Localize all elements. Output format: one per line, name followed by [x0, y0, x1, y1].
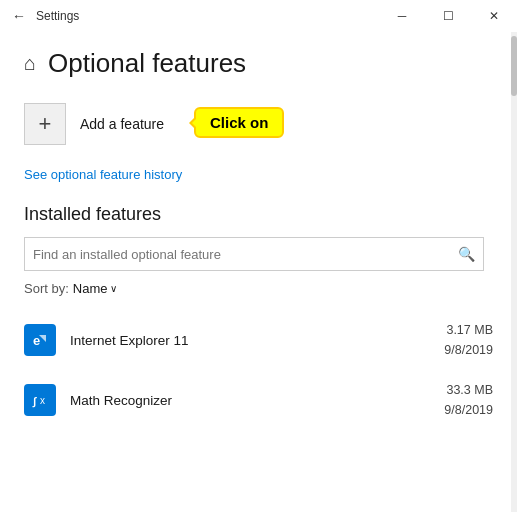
feature-date-ie: 9/8/2019 [444, 340, 493, 360]
svg-text:x: x [40, 395, 45, 406]
ie-icon: e [24, 324, 56, 356]
search-icon: 🔍 [458, 246, 475, 262]
search-box: 🔍 [24, 237, 484, 271]
feature-size-ie: 3.17 MB [444, 320, 493, 340]
feature-size-math: 33.3 MB [444, 380, 493, 400]
click-on-tooltip: Click on [194, 107, 284, 138]
scrollbar-thumb[interactable] [511, 36, 517, 96]
titlebar: ← Settings ─ ☐ ✕ [0, 0, 517, 32]
maximize-button[interactable]: ☐ [425, 0, 471, 32]
feature-item-ie[interactable]: e Internet Explorer 11 3.17 MB 9/8/2019 [24, 310, 493, 370]
main-content: ⌂ Optional features + Add a feature Clic… [0, 32, 517, 512]
page-header: ⌂ Optional features [24, 48, 493, 79]
add-feature-row: + Add a feature Click on [24, 103, 493, 145]
titlebar-left: ← Settings [12, 8, 79, 24]
ie-icon-svg: e [30, 330, 50, 350]
installed-features-title: Installed features [24, 204, 493, 225]
feature-meta-ie: 3.17 MB 9/8/2019 [444, 320, 493, 360]
home-icon: ⌂ [24, 52, 36, 75]
titlebar-controls: ─ ☐ ✕ [379, 0, 517, 32]
svg-text:e: e [33, 333, 40, 348]
feature-date-math: 9/8/2019 [444, 400, 493, 420]
feature-item-math[interactable]: ∫ x Math Recognizer 33.3 MB 9/8/2019 [24, 370, 493, 430]
sort-value-text: Name [73, 281, 108, 296]
add-feature-button[interactable]: + [24, 103, 66, 145]
feature-name-ie: Internet Explorer 11 [70, 333, 430, 348]
math-icon-svg: ∫ x [30, 390, 50, 410]
back-button[interactable]: ← [12, 8, 26, 24]
add-feature-label: Add a feature [80, 116, 164, 132]
page-title: Optional features [48, 48, 246, 79]
feature-meta-math: 33.3 MB 9/8/2019 [444, 380, 493, 420]
search-input[interactable] [33, 247, 458, 262]
chevron-down-icon: ∨ [110, 283, 117, 294]
titlebar-title: Settings [36, 9, 79, 23]
minimize-button[interactable]: ─ [379, 0, 425, 32]
feature-name-math: Math Recognizer [70, 393, 430, 408]
scrollbar[interactable] [511, 32, 517, 512]
sort-row: Sort by: Name ∨ [24, 281, 493, 296]
math-icon: ∫ x [24, 384, 56, 416]
sort-value-button[interactable]: Name ∨ [73, 281, 118, 296]
sort-label: Sort by: [24, 281, 69, 296]
close-button[interactable]: ✕ [471, 0, 517, 32]
optional-feature-history-link[interactable]: See optional feature history [24, 167, 182, 182]
